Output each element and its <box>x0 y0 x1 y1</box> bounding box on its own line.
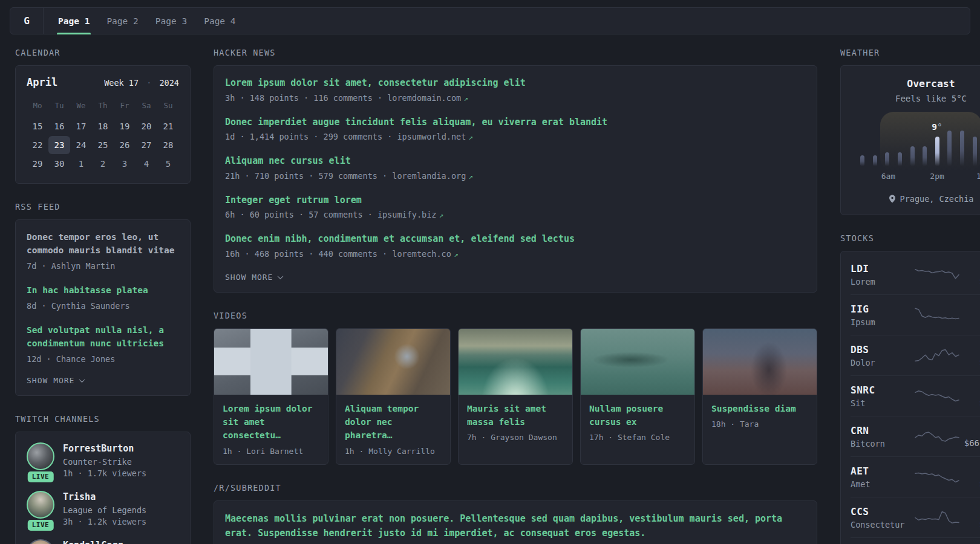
hackernews-show-more-button[interactable]: SHOW MORE <box>225 273 283 282</box>
page-content: CALENDAR April Week 17 · 2024 MoTuWeThFr… <box>0 48 980 544</box>
stock-values: +1.36% $148.64 <box>959 384 980 407</box>
source-domain-link[interactable]: ipsumify.biz <box>377 210 437 219</box>
stock-values: +0.92% $499.72 <box>959 465 980 488</box>
video-card[interactable]: Aliquam tempor dolor nec pharetra… 1h · … <box>336 328 451 465</box>
source-domain-link[interactable]: ipsumworld.net <box>397 132 466 141</box>
calendar-day[interactable]: 29 <box>27 155 48 173</box>
stock-row[interactable]: LDI Lorem +4.35% $795.18 <box>851 254 980 294</box>
app-logo[interactable]: G <box>10 8 44 34</box>
calendar-day[interactable]: 5 <box>157 155 179 173</box>
subreddit-post-title[interactable]: Maecenas mollis pulvinar erat non posuer… <box>225 511 806 540</box>
calendar-day[interactable]: 15 <box>27 117 48 135</box>
calendar-day[interactable]: 28 <box>157 136 179 154</box>
calendar-day[interactable]: 3 <box>114 155 136 173</box>
calendar-day[interactable]: 4 <box>136 155 157 173</box>
twitch-channel-row[interactable]: KendallCarr <box>27 539 179 544</box>
source-domain-link[interactable]: loremtech.co <box>392 249 451 259</box>
calendar-day[interactable]: 21 <box>157 117 179 135</box>
video-card-body: Suspendisse diam 18h · Tara <box>703 395 817 437</box>
rss-card: Donec tempor eros leo, ut commodo mauris… <box>15 219 191 396</box>
rss-item-title[interactable]: Donec tempor eros leo, ut commodo mauris… <box>27 230 179 257</box>
weather-axis-label: 6am <box>881 172 895 181</box>
calendar-day[interactable]: 1 <box>70 155 92 173</box>
avatar <box>27 539 54 544</box>
twitch-channel-name: Trisha <box>63 491 146 504</box>
calendar-month: April <box>27 76 57 88</box>
twitch-channel-meta: 1h · 1.7k viewers <box>63 468 146 478</box>
calendar-day[interactable]: 25 <box>92 136 114 154</box>
hackernews-item: Donec imperdiet augue tincidunt felis al… <box>225 115 806 142</box>
stock-row[interactable]: DBS Dolor +1.42% $156.28 <box>851 335 980 375</box>
tab-page-3[interactable]: Page 3 <box>147 8 195 34</box>
stock-row[interactable]: AHS +0.46% <box>851 537 980 544</box>
stock-ticker: CCS <box>851 506 915 517</box>
calendar-day[interactable]: 17 <box>70 117 92 135</box>
stock-row[interactable]: AET Amet +0.92% $499.72 <box>851 456 980 497</box>
stock-row[interactable]: CRN Bitcorn -1.00% $66,171.48 <box>851 416 980 456</box>
live-badge: LIVE <box>28 520 54 531</box>
calendar-week-number: 17 <box>129 78 139 88</box>
external-link-icon: ↗ <box>468 132 473 141</box>
hackernews-item-title[interactable]: Donec imperdiet augue tincidunt felis al… <box>225 115 806 129</box>
rss-item-meta: 8d · Cynthia Saunders <box>27 300 179 312</box>
calendar-weekday: Tu <box>48 97 70 117</box>
stock-change: +1.36% <box>959 384 980 395</box>
calendar-day[interactable]: 26 <box>114 136 136 154</box>
rss-item-title[interactable]: In hac habitasse platea <box>27 283 179 297</box>
calendar-card: April Week 17 · 2024 MoTuWeThFrSaSu15161… <box>15 65 191 184</box>
calendar-day[interactable]: 16 <box>48 117 70 135</box>
twitch-channel-row[interactable]: LIVE ForrestBurton Counter-Strike 1h · 1… <box>27 442 179 478</box>
current-temp-label: 9° <box>932 122 942 132</box>
tab-page-2[interactable]: Page 2 <box>98 8 146 34</box>
source-domain-link[interactable]: loremdomain.com <box>387 93 461 103</box>
stock-row[interactable]: CCS Consectetur +0.51% $165.84 <box>851 497 980 537</box>
tab-page-1[interactable]: Page 1 <box>50 8 98 34</box>
stock-name: Bitcorn <box>851 439 915 448</box>
rss-show-more-button[interactable]: SHOW MORE <box>27 376 84 385</box>
calendar-day[interactable]: 30 <box>48 155 70 173</box>
twitch-channel-row[interactable]: LIVE Trisha League of Legends 3h · 1.2k … <box>27 491 179 526</box>
stock-name: Dolor <box>851 358 915 368</box>
weather-chart: 9°6am2pm10pm <box>858 118 980 181</box>
stock-change: +1.42% <box>959 344 980 355</box>
video-card[interactable]: Mauris sit amet massa felis 7h · Grayson… <box>458 328 573 465</box>
calendar-day[interactable]: 24 <box>70 136 92 154</box>
video-card[interactable]: Nullam posuere cursus ex 17h · Stefan Co… <box>580 328 695 465</box>
hackernews-item-title[interactable]: Aliquam nec cursus elit <box>225 154 806 168</box>
stock-row[interactable]: IIG Ipsum +2.84% $42.04 <box>851 294 980 335</box>
rss-item-title[interactable]: Sed volutpat nulla nisl, a condimentum n… <box>27 323 179 351</box>
subreddit-heading: /R/SUBREDDIT <box>214 483 817 493</box>
subreddit-card: Maecenas mollis pulvinar erat non posuer… <box>214 500 817 544</box>
stock-name: Consectetur <box>851 520 915 529</box>
stock-ticker: SNRC <box>851 384 915 396</box>
temperature-bar <box>860 155 864 166</box>
source-domain-link[interactable]: loremlandia.org <box>392 171 466 181</box>
stock-price: $165.84 <box>959 519 980 529</box>
hackernews-item: Lorem ipsum dolor sit amet, consectetur … <box>225 76 806 103</box>
calendar-day-selected[interactable]: 23 <box>48 136 70 154</box>
hackernews-item-meta: 6h · 60 points · 57 comments · ipsumify.… <box>225 210 806 219</box>
calendar-day[interactable]: 20 <box>136 117 157 135</box>
stock-row[interactable]: SNRC Sit +1.36% $148.64 <box>851 375 980 416</box>
calendar-day[interactable]: 22 <box>27 136 48 154</box>
hackernews-item-title[interactable]: Lorem ipsum dolor sit amet, consectetur … <box>225 76 806 90</box>
calendar-day[interactable]: 2 <box>92 155 114 173</box>
hackernews-item-title[interactable]: Donec enim nibh, condimentum et accumsan… <box>225 232 806 246</box>
hackernews-item-title[interactable]: Integer eget rutrum lorem <box>225 193 806 207</box>
hackernews-heading: HACKER NEWS <box>214 48 817 57</box>
stock-name: Lorem <box>851 277 915 287</box>
subreddit-post: Maecenas mollis pulvinar erat non posuer… <box>225 511 806 544</box>
hackernews-item-meta: 3h · 148 points · 116 comments · loremdo… <box>225 93 806 103</box>
rss-item: Donec tempor eros leo, ut commodo mauris… <box>27 230 179 272</box>
calendar-day[interactable]: 19 <box>114 117 136 135</box>
calendar-day[interactable]: 27 <box>136 136 157 154</box>
calendar-grid: MoTuWeThFrSaSu15161718192021222324252627… <box>27 97 179 173</box>
temperature-bar <box>910 146 915 166</box>
twitch-channel-meta: 3h · 1.2k viewers <box>63 517 146 526</box>
calendar-weekday: Fr <box>114 97 136 117</box>
stock-change: +0.51% <box>959 506 980 517</box>
video-card[interactable]: Lorem ipsum dolor sit amet consectetu… 1… <box>214 328 328 465</box>
video-card[interactable]: Suspendisse diam 18h · Tara <box>702 328 817 465</box>
tab-page-4[interactable]: Page 4 <box>195 8 244 34</box>
calendar-day[interactable]: 18 <box>92 117 114 135</box>
